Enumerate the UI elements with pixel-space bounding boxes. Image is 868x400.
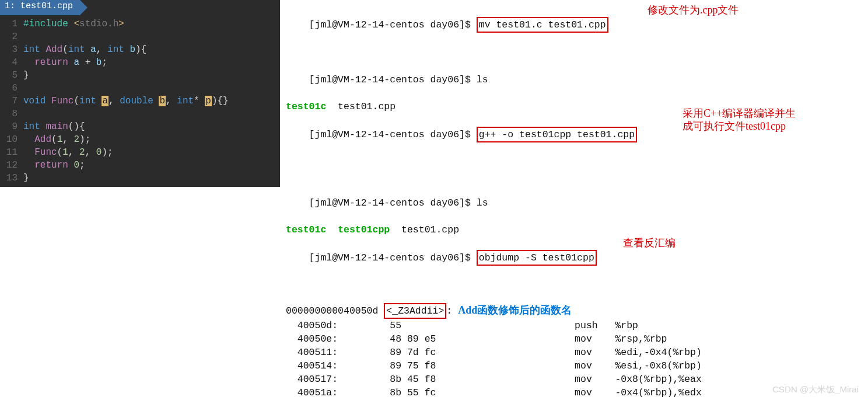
- line-number: 13: [0, 172, 23, 185]
- cmd-ls: ls: [477, 197, 488, 208]
- shell-prompt: [jml@VM-12-14-centos day06]$: [309, 197, 477, 208]
- annotation-gpp-line2: 成可执行文件test01cpp: [682, 120, 786, 133]
- code-line: 3int Add(int a, int b){: [0, 43, 280, 56]
- code-content: }: [23, 69, 280, 82]
- line-number: 12: [0, 159, 23, 172]
- terminal-line: [jml@VM-12-14-centos day06]$ g++ -o test…: [286, 113, 862, 183]
- asm-row: 400514: 89 75 f8 mov %esi,-0x8(%rbp): [286, 359, 862, 373]
- src-file: test01.cpp: [326, 101, 396, 112]
- line-number: 11: [0, 146, 23, 159]
- code-line: 9int main(){: [0, 120, 280, 133]
- exe-file: test01cpp: [338, 224, 390, 235]
- cmd-mv: mv test01.c test01.cpp: [477, 17, 608, 33]
- editor-tab-bar: 1: test01.cpp: [0, 0, 280, 15]
- code-line: 2: [0, 30, 280, 43]
- line-number: 4: [0, 56, 23, 69]
- line-number: 7: [0, 95, 23, 107]
- code-content: [23, 107, 280, 120]
- line-number: 3: [0, 43, 23, 56]
- annotation-objdump: 查看反汇编: [623, 236, 676, 250]
- cmd-gpp: g++ -o test01cpp test01.cpp: [477, 127, 637, 142]
- asm-row: 400511: 89 7d fc mov %edi,-0x4(%rbp): [286, 346, 862, 359]
- symbol-addr: 000000000040050d: [286, 305, 384, 316]
- line-number: 9: [0, 120, 23, 133]
- line-number: 5: [0, 69, 23, 82]
- code-line: 10 Add(1, 2);: [0, 133, 280, 146]
- code-line: 13}: [0, 172, 280, 185]
- watermark: CSDN @大米饭_Mirai: [772, 384, 859, 395]
- terminal-line: [jml@VM-12-14-centos day06]$ objdump -S …: [286, 236, 862, 293]
- symbol-header: 000000000040050d <_Z3Addii>: Add函数修饰后的函数…: [286, 303, 862, 319]
- ls-output: test01c test01cpp test01.cpp: [286, 223, 862, 236]
- cmd-objdump: objdump -S test01cpp: [477, 250, 597, 266]
- line-number: 8: [0, 107, 23, 120]
- code-line: 1#include <stdio.h>: [0, 18, 280, 30]
- exe-file: test01c: [286, 224, 326, 235]
- code-content: #include <stdio.h>: [23, 18, 280, 30]
- asm-row: 40050e: 48 89 e5 mov %rsp,%rbp: [286, 332, 862, 346]
- code-content: void Func(int a, double b, int* p){}: [23, 95, 280, 107]
- line-number: 2: [0, 30, 23, 43]
- annotation-gpp-line1: 采用C++编译器编译并生: [682, 107, 796, 120]
- code-content: }: [23, 172, 280, 185]
- code-line: 11 Func(1, 2, 0);: [0, 146, 280, 159]
- shell-prompt: [jml@VM-12-14-centos day06]$: [309, 19, 477, 30]
- code-content: return a + b;: [23, 56, 280, 69]
- code-line: 5}: [0, 69, 280, 82]
- code-line: 4 return a + b;: [0, 56, 280, 69]
- code-content: int Add(int a, int b){: [23, 43, 280, 56]
- cmd-ls: ls: [477, 74, 488, 85]
- code-content: return 0;: [23, 159, 280, 172]
- shell-prompt: [jml@VM-12-14-centos day06]$: [309, 129, 477, 140]
- terminal-panel: [jml@VM-12-14-centos day06]$ mv test01.c…: [280, 0, 868, 400]
- code-content: Func(1, 2, 0);: [23, 146, 280, 159]
- code-content: int main(){: [23, 120, 280, 133]
- terminal-line: [jml@VM-12-14-centos day06]$ ls: [286, 183, 862, 223]
- shell-prompt: [jml@VM-12-14-centos day06]$: [309, 74, 477, 85]
- terminal-line: [jml@VM-12-14-centos day06]$ ls: [286, 60, 862, 100]
- exe-file: test01c: [286, 101, 326, 112]
- mangled-name-add: <_Z3Addii>: [384, 303, 446, 319]
- editor-tab-file[interactable]: 1: test01.cpp: [0, 0, 80, 15]
- line-number: 10: [0, 133, 23, 146]
- code-content: [23, 82, 280, 95]
- terminal-line: [jml@VM-12-14-centos day06]$ mv test01.c…: [286, 4, 862, 60]
- code-content: [23, 30, 280, 43]
- line-number: 6: [0, 82, 23, 95]
- src-file: test01.cpp: [390, 224, 459, 235]
- code-line: 12 return 0;: [0, 159, 280, 172]
- code-line: 6: [0, 82, 280, 95]
- editor-body[interactable]: 1#include <stdio.h>23int Add(int a, int …: [0, 15, 280, 187]
- editor-tab-label: 1: test01.cpp: [5, 1, 73, 11]
- code-editor-panel: 1: test01.cpp 1#include <stdio.h>23int A…: [0, 0, 280, 222]
- annotation-mv: 修改文件为.cpp文件: [648, 4, 739, 17]
- line-number: 1: [0, 18, 23, 30]
- shell-prompt: [jml@VM-12-14-centos day06]$: [309, 252, 477, 263]
- code-line: 7void Func(int a, double b, int* p){}: [0, 95, 280, 107]
- asm-row: 40050d: 55 push %rbp: [286, 319, 862, 332]
- code-line: 8: [0, 107, 280, 120]
- annotation-mangled-add: Add函数修饰后的函数名: [458, 304, 572, 316]
- code-content: Add(1, 2);: [23, 133, 280, 146]
